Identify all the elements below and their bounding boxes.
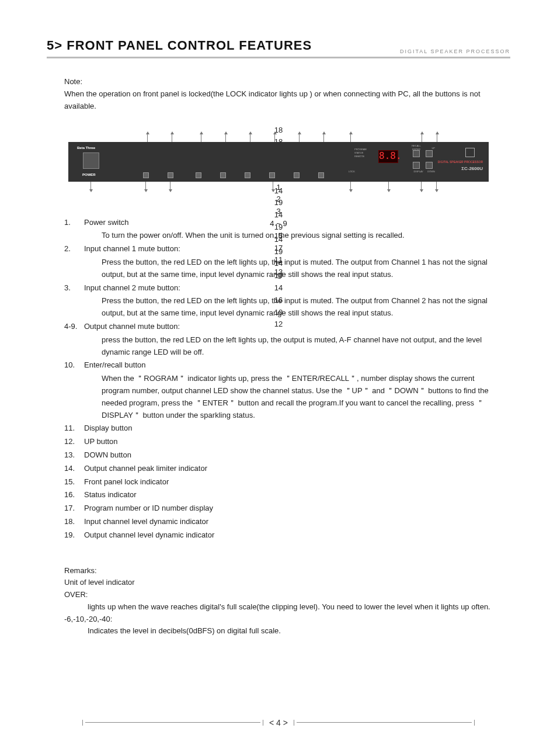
feature-item: 19.Output channel level dynamic indicato… bbox=[64, 529, 493, 542]
feature-desc: When the ＂ROGRAM＂ indicator lights up, p… bbox=[84, 373, 493, 421]
power-label: POWER bbox=[82, 172, 96, 178]
remarks-line1: Unit of level indicator bbox=[64, 577, 493, 589]
note-text: When the operation on front panel is loc… bbox=[64, 88, 493, 113]
feature-title: Program number or ID number display bbox=[84, 502, 493, 515]
feature-item: 11.Display button bbox=[64, 422, 493, 435]
feature-body: Input channel level dynamic indicator bbox=[84, 516, 493, 528]
model-label: ΣC-2600U bbox=[461, 165, 483, 173]
feature-body: Program number or ID number display bbox=[84, 502, 493, 515]
feature-body: Output channel peak limiter indicator bbox=[84, 463, 493, 475]
callout-2: 2 bbox=[68, 193, 489, 206]
feature-title: Output channel peak limiter indicator bbox=[84, 463, 493, 475]
callout-13: 13 bbox=[68, 266, 489, 279]
remarks-db-text: Indicates the level in decibels(0dBFS) o… bbox=[64, 625, 493, 637]
feature-num: 18. bbox=[64, 516, 84, 528]
remarks-over-text: lights up when the wave reaches digital'… bbox=[64, 601, 493, 613]
remarks-block: Remarks: Unit of level indicator OVER: l… bbox=[64, 565, 493, 638]
mute-button-f bbox=[318, 172, 324, 178]
callout-3: 3 bbox=[68, 206, 489, 218]
mute-button-b bbox=[220, 172, 226, 178]
callout-10: 10 bbox=[68, 307, 489, 319]
logo-icon bbox=[465, 148, 475, 157]
feature-body: UP button bbox=[84, 436, 493, 448]
feature-body: Output channel level dynamic indicator bbox=[84, 529, 493, 542]
mute-button-e bbox=[294, 172, 300, 178]
up-label: UP bbox=[431, 147, 435, 150]
section-title: 5> FRONT PANEL CONTROL FEATURES bbox=[47, 35, 312, 56]
up-button-icon bbox=[426, 150, 433, 157]
remarks-over-label: OVER: bbox=[64, 589, 493, 601]
page-number: 4 bbox=[276, 718, 281, 727]
mute-button-in1 bbox=[143, 172, 149, 178]
feature-num: 11. bbox=[64, 422, 84, 435]
feature-title: Status indicator bbox=[84, 489, 493, 501]
callout-4-9: 4 ~ 9 bbox=[68, 218, 489, 230]
callout-18a: 18 bbox=[68, 124, 489, 137]
feature-title: Display button bbox=[84, 422, 493, 435]
feature-num: 14. bbox=[64, 463, 84, 475]
mute-button-in2 bbox=[168, 172, 173, 178]
feature-num: 12. bbox=[64, 436, 84, 448]
note-block: Note: When the operation on front panel … bbox=[64, 76, 493, 112]
feature-num: 13. bbox=[64, 449, 84, 462]
power-switch-icon bbox=[83, 152, 99, 169]
note-label: Note: bbox=[64, 76, 493, 88]
feature-item: 18.Input channel level dynamic indicator bbox=[64, 516, 493, 528]
feature-item: 15.Front panel lock indicator bbox=[64, 476, 493, 488]
device-subtitle: DIGITAL SPEAKER PROCESSOR bbox=[400, 47, 510, 56]
feature-item: 17.Program number or ID number display bbox=[64, 502, 493, 515]
feature-title: DOWN button bbox=[84, 449, 493, 462]
feature-title: Enter/recall button bbox=[84, 359, 493, 372]
mute-button-a bbox=[196, 172, 201, 178]
front-panel-illustration: Beta Three POWER 8.8. bbox=[68, 142, 489, 182]
feature-num: 19. bbox=[64, 529, 84, 542]
callout-15: 15 bbox=[68, 230, 489, 242]
callout-11: 11 bbox=[68, 254, 489, 266]
down-label: DOWN bbox=[427, 170, 435, 174]
feature-body: Front panel lock indicator bbox=[84, 476, 493, 488]
diagram-bottom-labels: 1 2 3 4 ~ 9 15 17 11 13 bbox=[68, 182, 489, 199]
callout-17: 17 bbox=[68, 242, 489, 255]
front-panel-diagram: 18 18 19 14 19 14 19 14 19 14 19 14 19 1… bbox=[64, 124, 493, 199]
remote-label: REMOTE bbox=[354, 155, 364, 158]
callout-1: 1 bbox=[68, 182, 489, 194]
feature-body: Display button bbox=[84, 422, 493, 435]
display-label: DISPLAY bbox=[413, 170, 423, 174]
lock-label: LOCK bbox=[349, 170, 355, 174]
feature-desc: press the button, the red LED on the lef… bbox=[84, 334, 493, 359]
diagram-top-labels: 18 18 19 14 19 14 19 14 19 14 19 14 19 1… bbox=[68, 124, 489, 142]
feature-num: 15. bbox=[64, 476, 84, 488]
brand-label: Beta Three bbox=[77, 145, 95, 151]
callout-12: 12 bbox=[68, 318, 489, 331]
display-button-icon bbox=[413, 162, 420, 169]
feature-title: UP button bbox=[84, 436, 493, 448]
feature-num: 10. bbox=[64, 359, 84, 421]
remarks-heading: Remarks: bbox=[64, 565, 493, 577]
page-header: 5> FRONT PANEL CONTROL FEATURES DIGITAL … bbox=[47, 35, 510, 58]
callout-16: 16 bbox=[68, 294, 489, 307]
mute-button-c bbox=[245, 172, 250, 178]
feature-item: 10.Enter/recall buttonWhen the ＂ROGRAM＂ … bbox=[64, 359, 493, 421]
callout-14f: 14 bbox=[68, 282, 489, 294]
feature-body: DOWN button bbox=[84, 449, 493, 462]
feature-body: Status indicator bbox=[84, 489, 493, 501]
remarks-db-label: -6,-10,-20,-40: bbox=[64, 613, 493, 626]
feature-title: Output channel level dynamic indicator bbox=[84, 529, 493, 542]
feature-item: 14.Output channel peak limiter indicator bbox=[64, 463, 493, 475]
feature-body: Enter/recall buttonWhen the ＂ROGRAM＂ ind… bbox=[84, 359, 493, 421]
page-footer: < 4 > bbox=[47, 716, 510, 729]
feature-item: 13.DOWN button bbox=[64, 449, 493, 462]
feature-title: Input channel level dynamic indicator bbox=[84, 516, 493, 528]
program-display-icon: 8.8. bbox=[378, 150, 398, 163]
mute-button-d bbox=[269, 172, 275, 178]
feature-item: 12.UP button bbox=[64, 436, 493, 448]
recall-label: RECALL ENTER bbox=[409, 144, 423, 152]
feature-item: 16.Status indicator bbox=[64, 489, 493, 501]
feature-num: 17. bbox=[64, 502, 84, 515]
down-button-icon bbox=[426, 162, 433, 169]
feature-title: Front panel lock indicator bbox=[84, 476, 493, 488]
product-type-label: DIGITAL SPEAKER PROCESSOR bbox=[438, 159, 483, 164]
feature-num: 16. bbox=[64, 489, 84, 501]
